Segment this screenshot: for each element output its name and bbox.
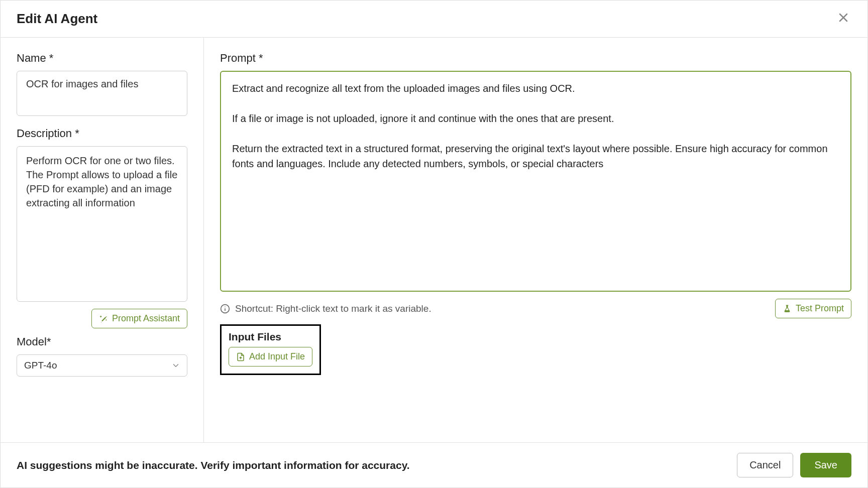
info-icon (220, 304, 230, 314)
modal-header: Edit AI Agent (1, 1, 867, 38)
modal-body: Name * Description * Prompt Assistant Mo… (1, 38, 867, 442)
name-label: Name * (17, 52, 187, 65)
model-label: Model* (17, 335, 187, 348)
add-input-file-label: Add Input File (249, 351, 305, 362)
beaker-icon (783, 304, 792, 313)
left-panel: Name * Description * Prompt Assistant Mo… (1, 38, 204, 442)
model-select[interactable]: GPT-4o (17, 354, 187, 377)
prompt-assistant-label: Prompt Assistant (112, 313, 180, 324)
footer-warning: AI suggestions might be inaccurate. Veri… (17, 459, 410, 471)
modal-footer: AI suggestions might be inaccurate. Veri… (1, 442, 867, 487)
footer-actions: Cancel Save (737, 453, 851, 477)
name-field-group: Name * (17, 52, 187, 118)
input-files-section: Input Files Add Input File (220, 324, 321, 375)
right-panel: Prompt * Shortcut: Right-click text to m… (204, 38, 867, 442)
test-prompt-button[interactable]: Test Prompt (775, 299, 851, 318)
description-input[interactable] (17, 146, 187, 302)
shortcut-row: Shortcut: Right-click text to mark it as… (220, 299, 851, 318)
name-input[interactable] (17, 71, 187, 116)
prompt-textarea[interactable] (220, 71, 851, 292)
close-icon (837, 12, 849, 24)
save-button[interactable]: Save (800, 453, 851, 477)
prompt-assistant-button[interactable]: Prompt Assistant (91, 309, 187, 328)
file-upload-icon (236, 352, 245, 361)
modal-title: Edit AI Agent (17, 11, 97, 27)
description-label: Description * (17, 127, 187, 140)
shortcut-hint: Shortcut: Right-click text to mark it as… (220, 303, 431, 314)
wand-icon (99, 314, 108, 323)
close-button[interactable] (835, 10, 851, 28)
description-field-group: Description * (17, 127, 187, 304)
edit-ai-agent-modal: Edit AI Agent Name * Description * Promp… (0, 0, 868, 488)
prompt-label: Prompt * (220, 52, 851, 65)
svg-point-4 (225, 306, 226, 307)
test-prompt-label: Test Prompt (796, 303, 844, 314)
shortcut-text: Shortcut: Right-click text to mark it as… (235, 303, 431, 314)
prompt-assistant-row: Prompt Assistant (17, 309, 187, 328)
cancel-button[interactable]: Cancel (737, 453, 793, 477)
model-select-wrap: GPT-4o (17, 354, 187, 377)
add-input-file-button[interactable]: Add Input File (229, 347, 312, 367)
model-field-group: Model* GPT-4o (17, 335, 187, 377)
input-files-title: Input Files (229, 331, 312, 343)
